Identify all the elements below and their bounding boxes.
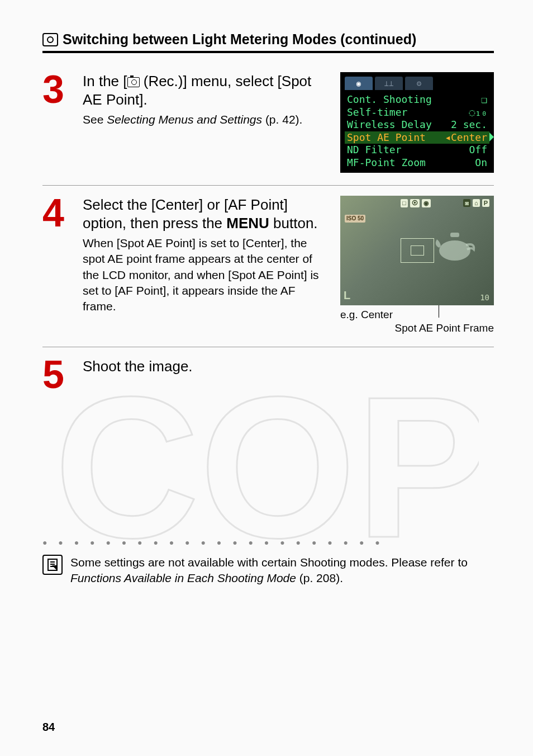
step-body: See Selecting Menus and Settings (p. 42)…	[83, 112, 329, 127]
footnote: Some settings are not available with cer…	[42, 555, 494, 587]
svg-rect-2	[450, 233, 459, 237]
lcd-flash-icon: ⦿	[410, 199, 420, 207]
lcd-mode-icon: P	[482, 199, 489, 207]
step-heading: Shoot the image.	[83, 357, 494, 376]
step-5: 5 Shoot the image.	[42, 347, 494, 393]
menu-tab-camera-icon: ◉	[345, 77, 373, 90]
menu-line-selected: Spot AE Point◂Center	[345, 131, 489, 144]
lcd-screenshot: □ ⦿ ◉ ◙ ⌂ P ISO 50	[340, 196, 494, 334]
step-body: When [Spot AE Point] is set to [Center],…	[83, 235, 329, 315]
camera-rec-icon	[127, 77, 140, 87]
menu-screenshot: ◉ ⟂⟂ ⚙ Cont. Shooting❏ Self-timer◌₁₀ Wir…	[340, 72, 494, 173]
menu-line: Wireless Delay2 sec.	[345, 119, 489, 131]
step-number: 3	[42, 72, 72, 173]
page-number: 84	[42, 721, 55, 734]
lcd-spot-ae-frame	[411, 245, 424, 256]
step-number: 5	[42, 357, 72, 393]
lcd-macro-icon: ◉	[422, 199, 431, 207]
separator-dots: ● ● ● ● ● ● ● ● ● ● ● ● ● ● ● ● ● ● ● ● …	[42, 538, 494, 547]
menu-line: Self-timer◌₁₀	[345, 106, 489, 119]
step-heading: In the [ (Rec.)] menu, select [Spot AE P…	[83, 72, 329, 108]
step-3: 3 In the [ (Rec.)] menu, select [Spot AE…	[42, 72, 494, 173]
lcd-hist-icon: ◙	[463, 199, 470, 207]
menu-line: MF-Point ZoomOn	[345, 157, 489, 169]
svg-point-1	[439, 240, 470, 261]
lcd-size-indicator: L	[344, 289, 350, 302]
lcd-teapot-graphic	[432, 223, 477, 262]
section-title: Switching between Light Metering Modes (…	[63, 31, 416, 48]
note-icon	[42, 555, 63, 575]
step-4: 4 Select the [Center] or [AF Point] opti…	[42, 185, 494, 334]
menu-tab-tools-icon: ⟂⟂	[375, 77, 403, 90]
lcd-metering-icon: □	[401, 199, 408, 207]
menu-line: Cont. Shooting❏	[345, 93, 489, 106]
section-header: Switching between Light Metering Modes (…	[42, 31, 494, 53]
footnote-text: Some settings are not available with cer…	[70, 555, 494, 587]
menu-tab-setup-icon: ⚙	[405, 77, 433, 90]
screenshot-caption: e.g. Center	[340, 309, 494, 321]
step-heading: Select the [Center] or [AF Point] option…	[83, 196, 329, 232]
menu-line: ND FilterOff	[345, 144, 489, 157]
step-number: 4	[42, 196, 72, 334]
screenshot-caption-sub: Spot AE Point Frame	[340, 322, 494, 334]
caption-leader-line	[439, 305, 439, 318]
lcd-iso-badge: ISO 50	[345, 215, 365, 223]
metering-mode-icon	[42, 33, 58, 46]
lcd-shots-remaining: 10	[480, 293, 489, 302]
lcd-orientation-icon: ⌂	[473, 199, 480, 207]
